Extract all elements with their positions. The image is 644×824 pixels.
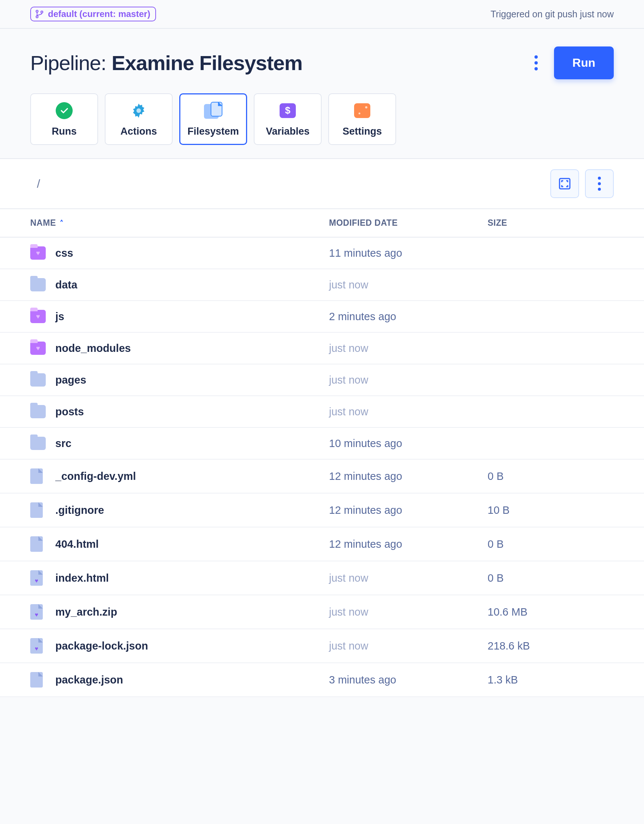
svg-point-2 [41,11,43,13]
dollar-box-icon: $ [278,101,297,120]
page-title: Pipeline: Examine Filesystem [30,51,303,75]
settings-box-icon [353,101,372,120]
folder-icon [30,373,46,387]
file-size: 10 B [487,504,614,517]
check-circle-icon [55,101,74,120]
file-size: 0 B [487,572,614,584]
file-favorite-icon [30,570,43,586]
file-size: 218.6 kB [487,640,614,652]
file-name: _config-dev.yml [54,470,329,483]
tab-filesystem[interactable]: Filesystem [179,93,247,145]
tab-actions[interactable]: Actions [105,93,173,145]
sort-asc-icon: ˄ [60,219,64,228]
file-modified: just now [329,279,487,291]
file-modified: 2 minutes ago [329,311,487,323]
filesystem-row[interactable]: js2 minutes ago [0,301,644,333]
run-button[interactable]: Run [554,46,614,79]
tab-variables[interactable]: $Variables [254,93,322,145]
column-header-size[interactable]: SIZE [487,218,614,228]
filesystem-row[interactable]: postsjust now [0,396,644,428]
file-name: node_modules [54,342,329,354]
breadcrumb[interactable]: / [37,177,40,191]
file-modified: 10 minutes ago [329,437,487,450]
filesystem-row[interactable]: datajust now [0,269,644,301]
filesystem-row[interactable]: .gitignore12 minutes ago10 B [0,493,644,527]
folder-icon [30,405,46,418]
fullscreen-button[interactable] [550,169,579,198]
tab-label: Settings [343,126,382,137]
page-title-name: Examine Filesystem [111,51,302,74]
file-modified: 11 minutes ago [329,247,487,259]
file-favorite-icon [30,604,43,620]
file-modified: just now [329,406,487,418]
file-modified: just now [329,342,487,354]
file-name: data [54,279,329,291]
pipeline-more-button[interactable] [527,49,545,76]
file-size: 10.6 MB [487,606,614,618]
filesystem-row[interactable]: package.json3 minutes ago1.3 kB [0,663,644,697]
page-title-prefix: Pipeline: [30,51,111,74]
fullscreen-icon [557,176,572,191]
filesystem-rows: css11 minutes agodatajust nowjs2 minutes… [0,238,644,697]
filesystem-row[interactable]: package-lock.jsonjust now218.6 kB [0,629,644,663]
file-icon [30,469,43,484]
filesystem-row[interactable]: _config-dev.yml12 minutes ago0 B [0,460,644,493]
file-name: package.json [54,674,329,686]
filesystem-row[interactable]: 404.html12 minutes ago0 B [0,527,644,561]
branch-selector[interactable]: default (current: master) [30,7,156,22]
file-modified: just now [329,374,487,386]
tab-label: Filesystem [188,126,239,137]
filesystem-more-button[interactable] [585,169,614,198]
filesystem-row[interactable]: src10 minutes ago [0,428,644,460]
file-name: posts [54,406,329,418]
svg-point-1 [36,16,38,18]
svg-point-0 [36,10,38,12]
file-name: .gitignore [54,504,329,517]
file-name: package-lock.json [54,640,329,652]
folder-icon [30,278,46,291]
file-modified: 12 minutes ago [329,470,487,483]
file-name: pages [54,374,329,386]
filesystem-row[interactable]: index.htmljust now0 B [0,561,644,595]
svg-point-3 [137,108,141,112]
tab-label: Runs [52,126,77,137]
folder-icon [30,437,46,450]
tab-label: Variables [266,126,310,137]
file-size: 0 B [487,470,614,483]
branch-label: default (current: master) [48,9,150,19]
tab-settings[interactable]: Settings [328,93,396,145]
file-name: index.html [54,572,329,584]
path-toolbar: / [0,159,644,209]
tab-bar: RunsActionsFilesystem$VariablesSettings [0,83,644,159]
file-modified: 12 minutes ago [329,504,487,517]
tab-runs[interactable]: Runs [30,93,98,145]
svg-rect-4 [559,178,570,189]
file-favorite-icon [30,638,43,653]
filesystem-row[interactable]: pagesjust now [0,364,644,396]
file-modified: 12 minutes ago [329,538,487,550]
file-name: 404.html [54,538,329,550]
folder-favorite-icon [30,310,46,323]
file-icon [30,536,43,552]
file-modified: just now [329,606,487,618]
filesystem-row[interactable]: my_arch.zipjust now10.6 MB [0,595,644,629]
page-header: Pipeline: Examine Filesystem Run [0,29,644,83]
column-header-modified[interactable]: MODIFIED DATE [329,218,487,228]
file-name: my_arch.zip [54,606,329,618]
file-modified: just now [329,572,487,584]
file-icon [30,672,43,687]
column-header-name[interactable]: NAME ˄ [30,218,329,228]
file-name: css [54,247,329,259]
filesystem-row[interactable]: node_modulesjust now [0,333,644,364]
file-name: src [54,437,329,450]
filesystem-row[interactable]: css11 minutes ago [0,238,644,269]
file-icon [30,503,43,518]
gear-badge-icon [129,101,148,120]
table-header: NAME ˄ MODIFIED DATE SIZE [0,209,644,238]
git-branch-icon [35,9,44,19]
file-size: 0 B [487,538,614,550]
top-bar: default (current: master) Triggered on g… [0,0,644,29]
folder-favorite-icon [30,246,46,260]
filesystem-icon [204,101,223,120]
file-modified: 3 minutes ago [329,674,487,686]
